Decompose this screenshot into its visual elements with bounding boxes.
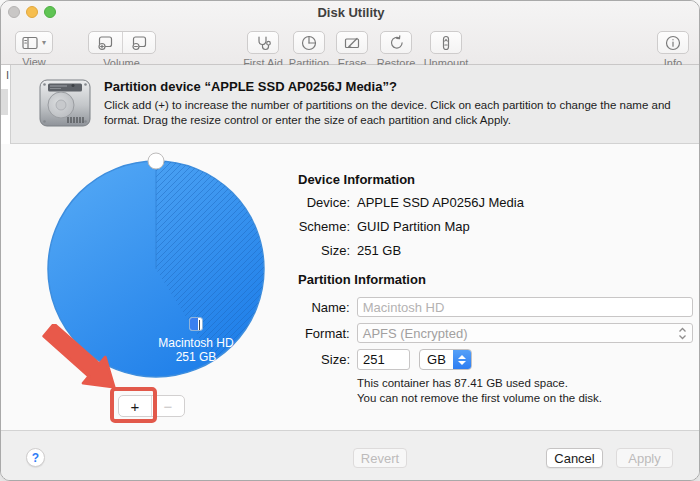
toolbar-erase: Erase xyxy=(331,31,373,69)
device-row-label: Device: xyxy=(298,195,350,210)
pie-volume-size: 251 GB xyxy=(176,350,217,364)
partition-sheet-body: Macintosh HD 251 GB + − Device Informati… xyxy=(1,144,700,430)
info-button[interactable] xyxy=(657,31,689,54)
format-select[interactable]: APFS (Encrypted) xyxy=(357,323,693,343)
toolbar-info: Info xyxy=(653,31,693,69)
volume-plus-icon xyxy=(97,35,114,51)
device-row-value: APPLE SSD AP0256J Media xyxy=(357,195,524,210)
size-unit-control: GB xyxy=(419,349,472,370)
background-sidebar-sliver: I xyxy=(1,65,11,144)
pie-volume-label: Macintosh HD 251 GB xyxy=(131,317,261,364)
view-button[interactable]: ▾ xyxy=(15,31,53,54)
device-info-heading: Device Information xyxy=(298,172,693,187)
volume-minus-icon xyxy=(131,35,148,51)
sheet-title: Partition device “APPLE SSD AP0256J Medi… xyxy=(104,79,397,94)
macintosh-hd-volume-icon xyxy=(189,317,203,331)
sidebar-selection-fragment xyxy=(1,89,8,115)
first-aid-icon xyxy=(255,35,271,51)
clipped-sidebar-text: I xyxy=(6,69,9,81)
scheme-row-value: GUID Partition Map xyxy=(357,219,470,234)
erase-button[interactable] xyxy=(336,31,368,54)
size-field-label: Size: xyxy=(298,352,350,367)
remove-volume-note: You can not remove the first volume on t… xyxy=(357,391,693,406)
window-title: Disk Utility xyxy=(1,5,700,20)
sidebar-view-icon xyxy=(22,36,38,50)
pie-volume-name: Macintosh HD xyxy=(158,336,233,350)
add-partition-button[interactable]: + xyxy=(119,396,151,416)
size-form-row: Size: GB xyxy=(298,349,693,370)
partition-name-input[interactable] xyxy=(357,297,693,317)
titlebar: Disk Utility xyxy=(1,1,700,23)
remove-partition-button[interactable]: − xyxy=(151,396,184,416)
partition-sheet-header: Partition device “APPLE SSD AP0256J Medi… xyxy=(11,65,700,144)
partition-info-heading: Partition Information xyxy=(298,272,693,287)
partition-icon xyxy=(301,35,317,51)
remove-volume-button[interactable] xyxy=(122,32,155,53)
partition-pie-chart[interactable]: Macintosh HD 251 GB xyxy=(46,149,266,389)
hard-disk-icon xyxy=(37,77,93,131)
unmount-button[interactable] xyxy=(430,31,462,54)
help-button[interactable]: ? xyxy=(26,448,45,467)
window-chrome: Disk Utility ▾ View Volume xyxy=(1,1,700,65)
chevron-down-icon: ▾ xyxy=(42,38,46,47)
apply-button[interactable]: Apply xyxy=(616,448,673,468)
toolbar-volume: Volume xyxy=(88,31,155,69)
used-space-note: This container has 87.41 GB used space. xyxy=(357,376,693,391)
add-volume-button[interactable] xyxy=(89,32,122,53)
disk-utility-window: Disk Utility ▾ View Volume xyxy=(0,0,700,481)
format-form-row: Format: APFS (Encrypted) xyxy=(298,323,693,343)
resize-handle[interactable] xyxy=(148,153,164,169)
restore-button[interactable] xyxy=(380,31,412,54)
restore-icon xyxy=(388,35,404,51)
scheme-row: Scheme: GUID Partition Map xyxy=(298,219,693,234)
size-unit-stepper[interactable] xyxy=(453,350,471,369)
sheet-footer: ? Revert Cancel Apply xyxy=(1,430,700,481)
size-row-value: 251 GB xyxy=(357,243,401,258)
size-unit-value: GB xyxy=(420,350,453,369)
partition-button[interactable] xyxy=(293,31,325,54)
cancel-button[interactable]: Cancel xyxy=(546,448,603,468)
first-aid-button[interactable] xyxy=(247,31,279,54)
device-row: Device: APPLE SSD AP0256J Media xyxy=(298,195,693,210)
format-selected-value: APFS (Encrypted) xyxy=(363,326,468,341)
size-row-label: Size: xyxy=(298,243,350,258)
partition-size-input[interactable] xyxy=(357,349,410,370)
revert-button[interactable]: Revert xyxy=(353,448,407,468)
toolbar-first-aid: First Aid xyxy=(237,31,289,69)
partition-add-remove-control: + − xyxy=(118,395,185,417)
erase-icon xyxy=(344,35,360,51)
name-form-row: Name: xyxy=(298,297,693,317)
name-field-label: Name: xyxy=(298,300,350,315)
toolbar-restore: Restore xyxy=(373,31,419,69)
partition-notes: This container has 87.41 GB used space. … xyxy=(357,376,693,406)
stepper-down-icon xyxy=(458,361,466,365)
info-column: Device Information Device: APPLE SSD AP0… xyxy=(298,144,693,406)
stepper-up-icon xyxy=(458,355,466,359)
info-icon xyxy=(665,35,681,51)
toolbar-partition: Partition xyxy=(285,31,333,69)
scheme-row-label: Scheme: xyxy=(298,219,350,234)
format-field-label: Format: xyxy=(298,326,350,341)
size-row: Size: 251 GB xyxy=(298,243,693,258)
select-chevrons-icon xyxy=(678,326,687,341)
toolbar-unmount: Unmount xyxy=(419,31,473,69)
toolbar-view: ▾ View xyxy=(11,31,57,68)
sheet-description: Click add (+) to increase the number of … xyxy=(104,98,680,128)
unmount-icon xyxy=(438,35,454,51)
